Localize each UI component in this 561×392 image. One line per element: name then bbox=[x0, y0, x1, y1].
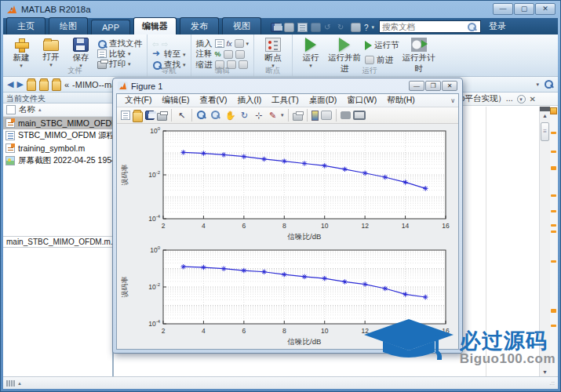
tab-publish[interactable]: 发布 bbox=[180, 17, 219, 34]
editor-tab-dropdown-icon[interactable]: ▾ bbox=[517, 95, 526, 103]
fig-print-icon[interactable] bbox=[157, 113, 167, 121]
resize-grip-icon[interactable]: .:: bbox=[549, 379, 555, 387]
close-button[interactable]: ✕ bbox=[535, 3, 556, 15]
menu-insert[interactable]: 插入(I) bbox=[232, 94, 266, 107]
uncomment-icon[interactable] bbox=[224, 50, 233, 59]
breakpoints-button[interactable]: 断点 ▾ bbox=[259, 37, 287, 67]
insert-section-icon[interactable] bbox=[235, 39, 244, 48]
figure-titlebar[interactable]: Figure 1 — ❐ ✕ bbox=[116, 78, 459, 93]
message-indicator-icon[interactable] bbox=[550, 107, 557, 114]
qat-window-icon[interactable] bbox=[351, 23, 361, 32]
address-search-icon[interactable] bbox=[544, 79, 554, 89]
comment-icon[interactable]: % bbox=[215, 50, 221, 58]
qat-paste-icon[interactable] bbox=[311, 23, 321, 32]
address-dropdown-icon[interactable]: ▾ bbox=[536, 82, 539, 88]
up-folder-icon[interactable] bbox=[27, 80, 36, 91]
figure-window[interactable]: Figure 1 — ❐ ✕ 文件(F) 编辑(E) 查看(V) 插入(I) 工… bbox=[112, 78, 463, 354]
open-button[interactable]: 打开 ▾ bbox=[38, 37, 64, 67]
pan-icon[interactable]: ✋ bbox=[224, 110, 236, 121]
back-icon[interactable]: ◀ bbox=[7, 79, 13, 89]
tab-plots[interactable]: 绘图 bbox=[49, 17, 88, 34]
menu-edit[interactable]: 编辑(E) bbox=[157, 94, 194, 107]
ribbon-group-navigate: ⇦ ⇨ 转至▾ 查找▾ 导航 bbox=[147, 34, 191, 76]
editor-tab-close-icon[interactable]: ✕ bbox=[530, 95, 536, 103]
graduation-cap-icon bbox=[362, 318, 455, 366]
zoom-in-icon[interactable] bbox=[196, 110, 208, 121]
login-button[interactable]: 登录 bbox=[481, 20, 514, 34]
qat-save-icon[interactable] bbox=[271, 23, 281, 32]
figure-toolbar: ↖ ✋ ↻ ⊹ ✎ ▾ bbox=[117, 107, 458, 124]
titlebar[interactable]: MATLAB R2018a — ▢ ✕ bbox=[1, 1, 560, 18]
comment-button[interactable]: 注释% bbox=[196, 49, 250, 60]
figure-restore-button[interactable]: ❐ bbox=[425, 81, 441, 91]
figure-canvas: 24681012141610010-210-4信噪比/dB误码率 2468101… bbox=[117, 124, 458, 349]
qat-cut-icon[interactable] bbox=[284, 23, 294, 32]
redo-icon[interactable]: ↻ bbox=[337, 23, 348, 32]
menu-desktop[interactable]: 桌面(D) bbox=[304, 94, 342, 107]
undo-icon[interactable]: ↺ bbox=[324, 23, 334, 32]
scrollbar-up-icon[interactable]: ▲ bbox=[540, 111, 550, 121]
menubar-chevron-icon[interactable]: ∨ bbox=[450, 97, 455, 104]
tab-apps[interactable]: APP bbox=[91, 20, 130, 34]
scrollbar-down-icon[interactable]: ▼ bbox=[540, 369, 550, 375]
compare-button[interactable]: 比较▾ bbox=[97, 49, 142, 59]
tab-view[interactable]: 视图 bbox=[222, 17, 261, 34]
pointer-icon[interactable]: ↖ bbox=[176, 110, 188, 121]
doc-search[interactable] bbox=[379, 20, 481, 33]
menu-window[interactable]: 窗口(W) bbox=[342, 94, 381, 107]
fig-save-icon[interactable] bbox=[145, 111, 155, 120]
zoom-out-icon[interactable] bbox=[210, 110, 222, 121]
data-cursor-icon[interactable]: ⊹ bbox=[253, 110, 264, 121]
save-button[interactable]: 保存 ▾ bbox=[67, 37, 94, 67]
link-plot-icon[interactable] bbox=[293, 113, 303, 121]
new-button[interactable]: 新建 ▾ bbox=[8, 37, 35, 67]
file-row[interactable]: STBC_MIMO_OFDM 源程 bbox=[3, 129, 112, 142]
file-column-header[interactable]: 名称 ▴ bbox=[3, 103, 112, 117]
forward-icon[interactable]: ▶ bbox=[16, 79, 23, 89]
rotate3d-icon[interactable]: ↻ bbox=[239, 110, 250, 121]
menu-view[interactable]: 查看(V) bbox=[195, 94, 231, 107]
file-row[interactable]: main_STBC_MIMO_OFDM bbox=[3, 117, 112, 129]
hide-plot-tools-icon[interactable] bbox=[341, 111, 351, 119]
ribbon-group-breakpoints: 断点 ▾ 断点 bbox=[253, 34, 292, 76]
file-row[interactable]: training_symbol.m bbox=[3, 142, 112, 154]
show-plot-tools-icon[interactable] bbox=[353, 111, 366, 120]
advance-button[interactable]: 前进 bbox=[365, 55, 399, 65]
file-details-bar[interactable]: main_STBC_MIMO_OFDM.m... bbox=[3, 236, 112, 248]
brush-dropdown-icon[interactable]: ▾ bbox=[281, 112, 284, 118]
run-button[interactable]: 运行 ▾ bbox=[297, 37, 324, 67]
breadcrumb-prefix[interactable]: « bbox=[64, 80, 69, 89]
file-row[interactable]: 屏幕截图 2022-04-25 1954 bbox=[3, 154, 112, 167]
search-icon[interactable] bbox=[467, 22, 477, 32]
help-icon[interactable]: ? bbox=[364, 24, 369, 32]
run-section-button[interactable]: 运行节 bbox=[365, 40, 399, 50]
tab-editor[interactable]: 编辑器 bbox=[133, 17, 177, 34]
browse-folder-icon[interactable] bbox=[39, 80, 49, 91]
scrollbar-thumb[interactable]: ≡ bbox=[541, 122, 549, 141]
figure-minimize-button[interactable]: — bbox=[409, 81, 424, 91]
legend-icon[interactable] bbox=[321, 111, 332, 120]
fig-open-icon[interactable] bbox=[133, 111, 143, 122]
new-figure-icon[interactable] bbox=[121, 111, 130, 120]
goto-button[interactable]: 转至▾ bbox=[152, 49, 186, 60]
qat-dropdown-icon[interactable]: ▾ bbox=[372, 24, 375, 31]
menu-file[interactable]: 文件(F) bbox=[120, 94, 156, 107]
ribbon-tabstrip: 主页 绘图 APP 编辑器 发布 视图 ↺ ↻ ? ▾ 登录 bbox=[3, 18, 558, 34]
doc-search-input[interactable] bbox=[382, 22, 467, 31]
qat-copy-icon[interactable] bbox=[297, 23, 308, 32]
insert-button[interactable]: 插入fx▾ bbox=[196, 38, 250, 49]
tab-home[interactable]: 主页 bbox=[6, 17, 46, 34]
maximize-button[interactable]: ▢ bbox=[514, 3, 534, 15]
wrap-comment-icon[interactable] bbox=[235, 50, 245, 59]
menu-tools[interactable]: 工具(T) bbox=[267, 94, 303, 107]
figure-close-button[interactable]: ✕ bbox=[442, 81, 457, 91]
find-files-button[interactable]: 查找文件 bbox=[97, 38, 142, 49]
colorbar-icon[interactable] bbox=[311, 111, 319, 121]
minimize-button[interactable]: — bbox=[493, 3, 513, 15]
statusbar-grip-icon[interactable]: ▲ bbox=[6, 380, 22, 387]
brush-icon[interactable]: ✎ bbox=[267, 110, 279, 121]
ber-chart-top[interactable]: 24681012141610010-210-4信噪比/dB误码率 bbox=[119, 125, 458, 244]
watermark-cn: 必过源码 bbox=[460, 330, 556, 352]
menu-help[interactable]: 帮助(H) bbox=[382, 94, 420, 107]
fx-icon[interactable]: fx bbox=[227, 40, 232, 48]
